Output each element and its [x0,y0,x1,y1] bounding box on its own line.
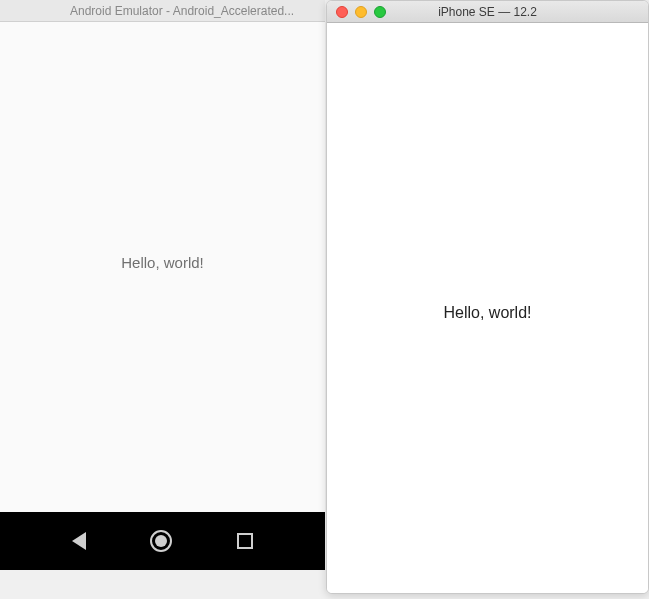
close-icon[interactable] [336,6,348,18]
minimize-icon[interactable] [355,6,367,18]
android-navbar [0,512,325,570]
android-window-title: Android Emulator - Android_Accelerated..… [70,4,294,18]
recent-apps-icon[interactable] [237,533,253,549]
iphone-simulator-window: iPhone SE — 12.2 Hello, world! [326,0,649,594]
iphone-screen[interactable]: Hello, world! [327,23,648,593]
traffic-lights [327,6,386,18]
iphone-hello-text: Hello, world! [443,304,531,322]
android-hello-text: Hello, world! [121,254,204,271]
zoom-icon[interactable] [374,6,386,18]
home-icon[interactable] [150,530,172,552]
back-icon[interactable] [72,532,86,550]
android-emulator-window: Android Emulator - Android_Accelerated..… [0,0,325,570]
iphone-titlebar[interactable]: iPhone SE — 12.2 [327,1,648,23]
android-titlebar[interactable]: Android Emulator - Android_Accelerated..… [0,0,325,22]
android-screen[interactable]: Hello, world! [0,22,325,512]
